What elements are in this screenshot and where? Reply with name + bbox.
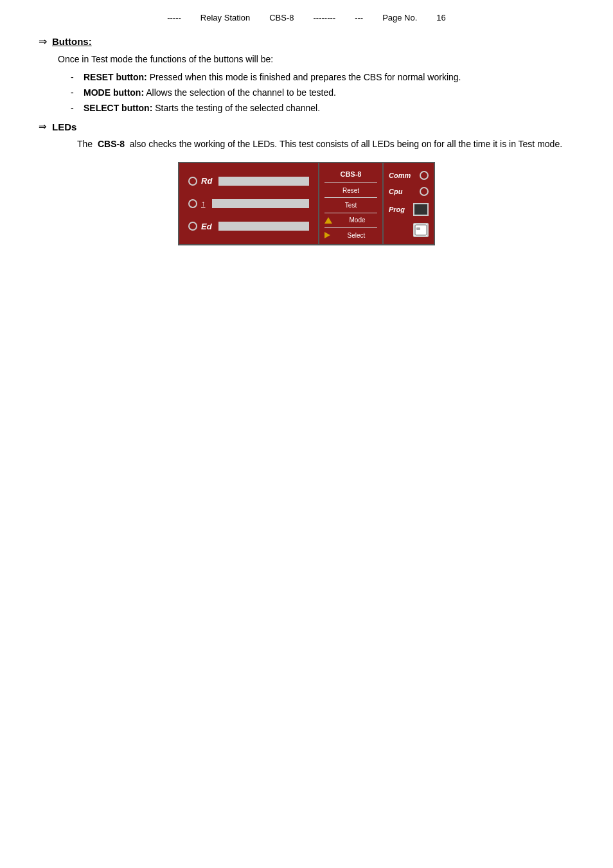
led-label-ed: Ed — [201, 222, 212, 231]
device-diagram: Rd ↑ Ed CBS-8 Reset Test Mode — [39, 162, 574, 245]
list-item-text: RESET button: Pressed when this mode is … — [84, 72, 461, 82]
buttons-list: - RESET button: Pressed when this mode i… — [71, 72, 574, 113]
led-row-ed: Ed — [188, 222, 309, 231]
mode-btn-label: Mode — [337, 217, 377, 224]
card-svg — [414, 224, 427, 236]
leds-title: LEDs — [52, 121, 76, 132]
svg-rect-1 — [416, 227, 420, 230]
header-relay-station: Relay Station — [200, 13, 250, 22]
reset-btn-label: Reset — [324, 187, 377, 194]
leds-section-title: ⇒ LEDs — [39, 121, 574, 132]
center-title: CBS-8 — [324, 168, 377, 179]
select-btn-row: Select — [324, 232, 377, 239]
buttons-title: Buttons: — [52, 36, 92, 47]
list-item-text: SELECT button: Starts the testing of the… — [84, 103, 320, 113]
leds-description: The CBS-8 also checks the working of the… — [77, 139, 574, 149]
left-panel: Rd ↑ Ed — [178, 162, 319, 245]
header-page-num: 16 — [436, 13, 445, 22]
led-circle-rd — [188, 177, 197, 186]
center-panel: CBS-8 Reset Test Mode Select — [319, 162, 384, 245]
cpu-row: Cpu — [389, 187, 429, 196]
select-button-label: SELECT button: — [84, 103, 152, 113]
divider3 — [324, 213, 377, 213]
dash-icon: - — [71, 72, 78, 82]
prog-box — [413, 203, 429, 216]
reset-button-label: RESET button: — [84, 72, 147, 82]
divider2 — [324, 197, 377, 198]
led-row-up: ↑ — [188, 199, 309, 208]
divider1 — [324, 182, 377, 183]
mode-button-label: MODE button: — [84, 87, 144, 98]
buttons-arrow: ⇒ — [39, 35, 47, 48]
test-btn-row: Test — [324, 202, 377, 209]
prog-label: Prog — [389, 206, 405, 213]
led-bar-ed — [218, 222, 309, 231]
prog-row: Prog — [389, 203, 429, 216]
test-btn-label: Test — [324, 202, 377, 209]
led-row-rd: Rd — [188, 176, 309, 186]
dash-icon: - — [71, 87, 78, 98]
led-circle-up — [188, 199, 197, 208]
header-dashes2: -------- — [313, 13, 335, 22]
led-label-rd: Rd — [201, 176, 212, 186]
comm-row: Comm — [389, 171, 429, 180]
leds-text1: The — [77, 139, 93, 149]
reset-button-desc: Pressed when this mode is finished and p… — [150, 72, 461, 82]
card-icon — [413, 223, 429, 237]
list-item: - SELECT button: Starts the testing of t… — [71, 103, 574, 113]
led-circle-ed — [188, 222, 197, 231]
card-row — [389, 223, 429, 237]
led-bar-up — [212, 199, 310, 208]
mode-triangle-icon — [324, 217, 332, 224]
select-btn-label: Select — [335, 232, 377, 239]
led-label-up: ↑ — [201, 199, 206, 208]
list-item-text: MODE button: Allows the selection of the… — [84, 87, 336, 98]
buttons-section-title: ⇒ Buttons: — [39, 35, 574, 48]
leds-cbs-bold: CBS-8 — [98, 139, 125, 149]
right-panel: Comm Cpu Prog — [384, 162, 435, 245]
leds-text2: also checks the working of the LEDs. Thi… — [130, 139, 562, 149]
header-dashes3: --- — [355, 13, 363, 22]
mode-btn-row: Mode — [324, 217, 377, 224]
mode-button-desc: Allows the selection of the channel to b… — [146, 87, 336, 98]
comm-label: Comm — [389, 172, 411, 179]
select-button-desc: Starts the testing of the selected chann… — [155, 103, 320, 113]
page-header: ----- Relay Station CBS-8 -------- --- P… — [39, 13, 574, 22]
center-title-text: CBS-8 — [340, 170, 361, 178]
leds-arrow: ⇒ — [39, 121, 47, 132]
cpu-label: Cpu — [389, 188, 402, 195]
cpu-led — [420, 187, 429, 196]
header-page-label: Page No. — [382, 13, 417, 22]
reset-btn-row: Reset — [324, 187, 377, 194]
led-bar-rd — [218, 177, 309, 186]
header-cbs: CBS-8 — [269, 13, 294, 22]
header-dashes1: ----- — [167, 13, 181, 22]
dash-icon: - — [71, 103, 78, 113]
list-item: - RESET button: Pressed when this mode i… — [71, 72, 574, 82]
select-arrow-icon — [324, 232, 330, 238]
comm-led — [420, 171, 429, 180]
buttons-intro: Once in Test mode the functions of the b… — [58, 54, 574, 64]
list-item: - MODE button: Allows the selection of t… — [71, 87, 574, 98]
divider4 — [324, 227, 377, 228]
svg-rect-0 — [415, 225, 427, 235]
